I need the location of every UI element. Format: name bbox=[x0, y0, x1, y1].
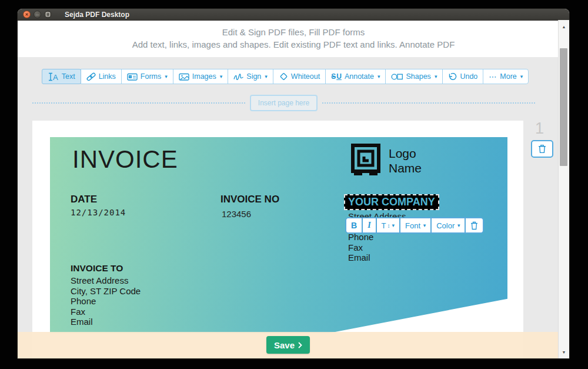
invoice-no-label[interactable]: INVOICE NO bbox=[220, 194, 279, 205]
company-logo-icon[interactable] bbox=[351, 144, 382, 177]
close-icon: ✕ bbox=[25, 12, 29, 16]
header-line-1: Edit & Sign PDF files, Fill PDF forms bbox=[18, 26, 569, 38]
sign-tool-label: Sign bbox=[246, 72, 261, 81]
close-button[interactable]: ✕ bbox=[23, 11, 31, 18]
invoice-template-art: INVOICE Logo Name DATE 12/13/2014 bbox=[50, 137, 507, 333]
scroll-up-arrow-icon[interactable]: ▲ bbox=[559, 25, 569, 29]
window-title: Sejda PDF Desktop bbox=[65, 11, 129, 19]
pdf-page[interactable]: INVOICE Logo Name DATE 12/13/2014 bbox=[32, 121, 523, 358]
company-email: Email bbox=[348, 252, 373, 263]
save-label: Save bbox=[274, 340, 295, 350]
maximize-button[interactable] bbox=[44, 11, 52, 18]
shapes-icon bbox=[391, 72, 403, 81]
app-header: Edit & Sign PDF files, Fill PDF forms Ad… bbox=[18, 21, 569, 57]
logo-line-2: Name bbox=[389, 161, 422, 175]
caret-down-icon: ▾ bbox=[520, 74, 523, 79]
invoice-to-email: Email bbox=[71, 317, 141, 327]
bold-button[interactable]: B bbox=[346, 218, 362, 232]
caret-down-icon: ▾ bbox=[435, 74, 437, 79]
invoice-to-block[interactable]: INVOICE TO Street Address City, ST ZIP C… bbox=[71, 263, 141, 327]
footer-bar: Save bbox=[18, 332, 559, 358]
undo-icon bbox=[448, 72, 457, 81]
save-button[interactable]: Save bbox=[266, 336, 310, 354]
forms-tool-button[interactable]: Forms ▾ bbox=[121, 69, 173, 84]
desktop-background: ✕ — Sejda PDF Desktop Edit & Sign PDF fi… bbox=[0, 0, 588, 369]
signature-icon bbox=[233, 72, 243, 81]
shapes-tool-label: Shapes bbox=[406, 72, 430, 81]
images-tool-button[interactable]: Images ▾ bbox=[173, 69, 229, 84]
insert-page-button[interactable]: Insert page here bbox=[250, 95, 318, 111]
whiteout-tool-label: Whiteout bbox=[291, 72, 320, 81]
invoice-no-value[interactable]: 123456 bbox=[222, 209, 251, 219]
insert-page-row: Insert page here bbox=[32, 95, 535, 111]
caret-down-icon: ▾ bbox=[392, 223, 395, 228]
caret-down-icon: ▾ bbox=[265, 74, 268, 79]
minimize-button[interactable]: — bbox=[34, 11, 41, 18]
updown-arrow-icon: ↕ bbox=[387, 222, 390, 229]
font-family-button[interactable]: Font ▾ bbox=[399, 218, 430, 232]
date-label[interactable]: DATE bbox=[71, 194, 97, 205]
font-family-label: Font bbox=[405, 221, 420, 230]
caret-down-icon: ▾ bbox=[165, 74, 168, 79]
invoice-to-city: City, ST ZIP Code bbox=[71, 286, 141, 297]
header-line-2: Add text, links, images and shapes. Edit… bbox=[18, 38, 569, 51]
invoice-to-street: Street Address bbox=[71, 275, 141, 286]
caret-down-icon: ▾ bbox=[457, 223, 460, 228]
text-edit-toolbar: B I T↕ ▾ Font ▾ Color ▾ bbox=[345, 217, 484, 234]
app-window: ✕ — Sejda PDF Desktop Edit & Sign PDF fi… bbox=[18, 9, 569, 358]
chevron-right-icon bbox=[298, 342, 302, 348]
insert-dashed-line-right bbox=[322, 102, 535, 104]
font-size-button[interactable]: T↕ ▾ bbox=[376, 218, 399, 232]
titlebar: ✕ — Sejda PDF Desktop bbox=[18, 9, 569, 21]
vertical-scrollbar[interactable]: ▲ ▼ bbox=[558, 20, 569, 358]
selected-company-text[interactable]: YOUR COMPANY bbox=[344, 194, 439, 210]
form-icon bbox=[127, 72, 138, 81]
images-tool-label: Images bbox=[192, 72, 216, 81]
more-button[interactable]: ⋯ More ▾ bbox=[483, 69, 529, 84]
caret-down-icon: ▾ bbox=[220, 74, 223, 79]
caret-down-icon: ▾ bbox=[423, 223, 426, 228]
annotate-tool-button[interactable]: SU Annotate ▾ bbox=[325, 69, 386, 84]
scroll-down-arrow-icon[interactable]: ▼ bbox=[559, 350, 569, 354]
font-color-button[interactable]: Color ▾ bbox=[430, 218, 465, 232]
forms-tool-label: Forms bbox=[141, 72, 161, 81]
trash-icon bbox=[470, 221, 478, 230]
invoice-to-label: INVOICE TO bbox=[71, 263, 141, 274]
edit-mode-toolbar: A Text Links bbox=[18, 69, 553, 84]
minimize-icon: — bbox=[36, 13, 39, 16]
font-color-label: Color bbox=[436, 221, 455, 230]
link-icon bbox=[86, 72, 96, 81]
delete-text-button[interactable] bbox=[465, 218, 483, 232]
company-fax: Fax bbox=[348, 242, 373, 253]
eraser-icon bbox=[279, 72, 288, 81]
undo-button[interactable]: Undo bbox=[442, 69, 483, 84]
invoice-to-fax: Fax bbox=[71, 307, 141, 317]
maximize-icon bbox=[46, 12, 50, 16]
date-value[interactable]: 12/13/2014 bbox=[71, 208, 126, 217]
links-tool-label: Links bbox=[99, 72, 116, 81]
invoice-title-text[interactable]: INVOICE bbox=[72, 145, 178, 174]
company-contact-lines[interactable]: Phone Fax Email bbox=[348, 232, 373, 263]
sign-tool-button[interactable]: Sign ▾ bbox=[228, 69, 273, 84]
whiteout-tool-button[interactable]: Whiteout bbox=[273, 69, 326, 84]
editor-content: A Text Links bbox=[18, 57, 569, 358]
invoice-to-lines: Street Address City, ST ZIP Code Phone F… bbox=[71, 275, 141, 327]
text-cursor-icon: A bbox=[48, 72, 59, 81]
page-number: 1 bbox=[535, 119, 544, 138]
insert-dashed-line-left bbox=[32, 102, 245, 104]
shapes-tool-button[interactable]: Shapes ▾ bbox=[385, 69, 443, 84]
ellipsis-icon: ⋯ bbox=[489, 72, 497, 81]
trash-icon bbox=[538, 144, 546, 154]
font-size-label: T bbox=[382, 221, 386, 230]
scrollbar-thumb[interactable] bbox=[560, 48, 567, 166]
undo-label: Undo bbox=[460, 72, 477, 81]
more-label: More bbox=[500, 72, 516, 81]
links-tool-button[interactable]: Links bbox=[81, 69, 122, 84]
delete-page-button[interactable] bbox=[531, 140, 553, 158]
logo-name-text[interactable]: Logo Name bbox=[389, 146, 422, 175]
italic-button[interactable]: I bbox=[362, 218, 375, 232]
image-icon bbox=[179, 72, 189, 81]
invoice-to-phone: Phone bbox=[71, 296, 141, 307]
annotate-icon: SU bbox=[331, 72, 342, 81]
text-tool-button[interactable]: A Text bbox=[42, 69, 81, 84]
